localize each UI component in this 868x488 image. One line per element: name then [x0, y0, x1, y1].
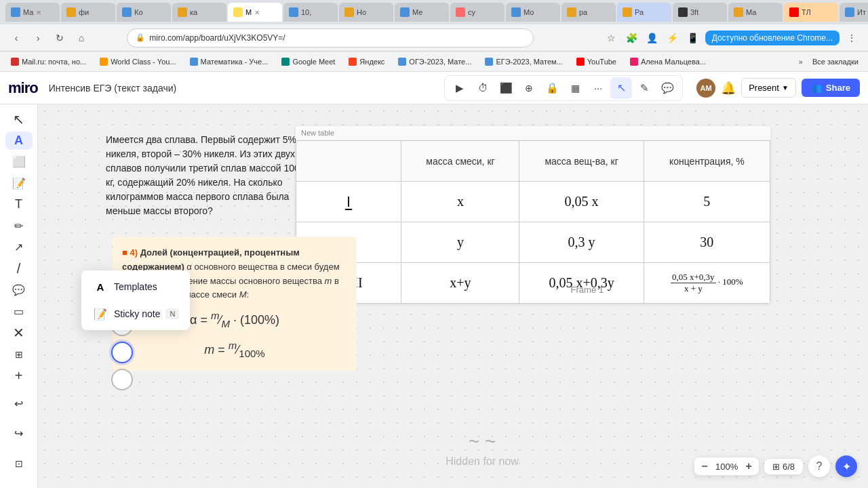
tab-12[interactable]: Ра: [617, 3, 671, 22]
board-title[interactable]: Интенсив ЕГЭ (текст задачи): [49, 83, 177, 94]
bookmark-star-button[interactable]: ☆: [604, 30, 620, 46]
tab-14[interactable]: Ма: [728, 3, 783, 22]
tab-3[interactable]: Ко: [117, 3, 171, 22]
notification-bell[interactable]: 🔔: [721, 81, 736, 96]
extension-button[interactable]: 🧩: [624, 30, 640, 46]
screen-tool-btn[interactable]: ⬛: [495, 77, 517, 99]
bookmark-alena[interactable]: Алена Мальцева...: [625, 54, 711, 69]
cursor-btn[interactable]: ↖: [610, 77, 632, 99]
tab-miro[interactable]: M ✕: [228, 3, 282, 22]
bookmark-math[interactable]: Математика - Уче...: [184, 54, 274, 69]
tab-15[interactable]: ТЛ: [784, 3, 838, 22]
miro-logo[interactable]: miro: [8, 79, 38, 97]
sidebar-tool-pencil[interactable]: /: [5, 260, 33, 279]
zoom-in-button[interactable]: +: [746, 460, 752, 472]
sidebar-undo[interactable]: ↩: [5, 390, 33, 418]
bookmark-worldclass[interactable]: World Class - You...: [94, 54, 181, 69]
table-header-3: концентрация, %: [644, 141, 770, 182]
sidebar-crop[interactable]: ⊡: [5, 450, 33, 477]
bookmarks-more-button[interactable]: »: [796, 58, 806, 66]
frame-tool-btn[interactable]: ⊕: [518, 77, 540, 99]
bookmark-meet[interactable]: Google Meet: [276, 54, 340, 69]
bookmark-yandex[interactable]: Яндекс: [343, 54, 390, 69]
tooltip-templates[interactable]: A Templates: [84, 273, 187, 300]
tooltip-stickynote-label: Sticky note: [114, 308, 160, 319]
magic-button[interactable]: ✦: [835, 455, 857, 477]
bookmark-ege[interactable]: ЕГЭ-2023, Матем...: [479, 54, 568, 69]
sidebar-redo[interactable]: ↪: [5, 420, 33, 447]
forward-button[interactable]: ›: [30, 30, 46, 46]
sidebar-tool-text[interactable]: A: [5, 131, 33, 150]
refresh-button[interactable]: ↻: [52, 30, 68, 46]
row1-col3: 5: [644, 182, 770, 222]
grid-icon: ⊞: [772, 462, 780, 472]
bookmark-youtube[interactable]: YouTube: [571, 54, 622, 69]
share-button[interactable]: 👥 Share: [802, 79, 860, 97]
circle-btn-2[interactable]: [111, 342, 133, 363]
tab-16[interactable]: Ит: [840, 3, 868, 22]
home-button[interactable]: ⌂: [73, 30, 90, 46]
lock-tool-btn[interactable]: 🔒: [541, 77, 563, 99]
table-header-1: масса смеси, кг: [401, 141, 519, 182]
sidebar-tool-select[interactable]: ↖: [5, 110, 33, 129]
tab-8[interactable]: Ме: [395, 3, 449, 22]
table-label: New table: [296, 126, 770, 140]
dots-btn[interactable]: ···: [587, 77, 609, 99]
chrome-update-button[interactable]: Доступно обновление Chrome...: [705, 30, 840, 45]
profile-button[interactable]: 👤: [644, 30, 660, 46]
zoom-out-button[interactable]: −: [701, 460, 707, 472]
sidebar-tool-text2[interactable]: T: [5, 195, 33, 214]
tab-6[interactable]: 10,: [283, 3, 338, 22]
extension2-button[interactable]: ⚡: [665, 30, 681, 46]
table-header-0: [296, 141, 401, 182]
canvas[interactable]: A Templates 📝 Sticky note N Им: [38, 104, 868, 488]
sidebar-tool-plus[interactable]: +: [5, 366, 33, 385]
frame-label: Frame 1: [571, 285, 604, 295]
tooltip-panel: A Templates 📝 Sticky note N: [81, 270, 190, 330]
forward-tool-btn[interactable]: ▶: [449, 77, 471, 99]
tab-9[interactable]: су: [450, 3, 505, 22]
sidebar-tool-shape[interactable]: ▭: [5, 302, 33, 321]
bookmark-mail[interactable]: Mail.ru: почта, но...: [5, 54, 92, 69]
tab-10[interactable]: Мо: [506, 3, 560, 22]
comment-center-btn[interactable]: 💬: [656, 77, 678, 99]
page-counter[interactable]: ⊞ 6/8: [764, 459, 803, 474]
tab-1[interactable]: Ma ✕: [5, 3, 60, 22]
sidebar-tool-comment[interactable]: 💬: [5, 281, 33, 300]
menu-button[interactable]: ⋮: [844, 30, 860, 46]
all-bookmarks-button[interactable]: Все закладки: [808, 58, 863, 66]
present-button[interactable]: Present ▼: [741, 78, 796, 98]
table-center-btn[interactable]: ▦: [564, 77, 586, 99]
bookmark-oge[interactable]: ОГЭ-2023, Мате...: [393, 54, 477, 69]
sidebar-tool-more[interactable]: ✕: [5, 323, 33, 342]
row1-col2: 0,05 x: [519, 182, 644, 222]
sidebar-tool-sticky[interactable]: 📝: [5, 174, 33, 193]
sidebar-tool-table[interactable]: ⊞: [5, 345, 33, 364]
sidebar-tool-pen[interactable]: ✏: [5, 217, 33, 236]
hidden-section: ~ ~ Hidden for now: [446, 432, 519, 468]
sidebar-tool-frame[interactable]: ⬜: [5, 152, 33, 171]
row2-col3: 30: [644, 222, 770, 263]
tab-2[interactable]: фи: [61, 3, 115, 22]
miro-app: miro Интенсив ЕГЭ (текст задачи) ▶ ⏱ ⬛ ⊕…: [0, 72, 868, 488]
cast-button[interactable]: 📱: [685, 30, 701, 46]
tab-11[interactable]: ра: [561, 3, 616, 22]
tooltip-popup: A Templates 📝 Sticky note N: [81, 270, 190, 330]
tooltip-stickynote[interactable]: 📝 Sticky note N: [84, 300, 187, 327]
pen-center-btn[interactable]: ✎: [633, 77, 655, 99]
circle-btn-3[interactable]: [111, 369, 133, 390]
math-table-container: New table масса смеси, кг масса вещ-ва, …: [296, 126, 770, 304]
header-right: АМ 🔔 Present ▼ 👥 Share: [696, 78, 860, 98]
sidebar-tool-arrow[interactable]: ↗: [5, 238, 33, 257]
back-button[interactable]: ‹: [8, 30, 24, 46]
tab-7[interactable]: Но: [339, 3, 393, 22]
url-text: miro.com/app/board/uXjVK3KO5VY=/: [149, 33, 525, 43]
tab-close-miro[interactable]: ✕: [254, 9, 260, 16]
tab-4[interactable]: ка: [172, 3, 226, 22]
help-button[interactable]: ?: [808, 455, 830, 477]
tab-close-1[interactable]: ✕: [36, 9, 41, 16]
timer-tool-btn[interactable]: ⏱: [472, 77, 494, 99]
url-input[interactable]: 🔒 miro.com/app/board/uXjVK3KO5VY=/: [127, 28, 534, 47]
tab-13[interactable]: 3ft: [673, 3, 727, 22]
zoom-level[interactable]: 100%: [713, 462, 741, 472]
